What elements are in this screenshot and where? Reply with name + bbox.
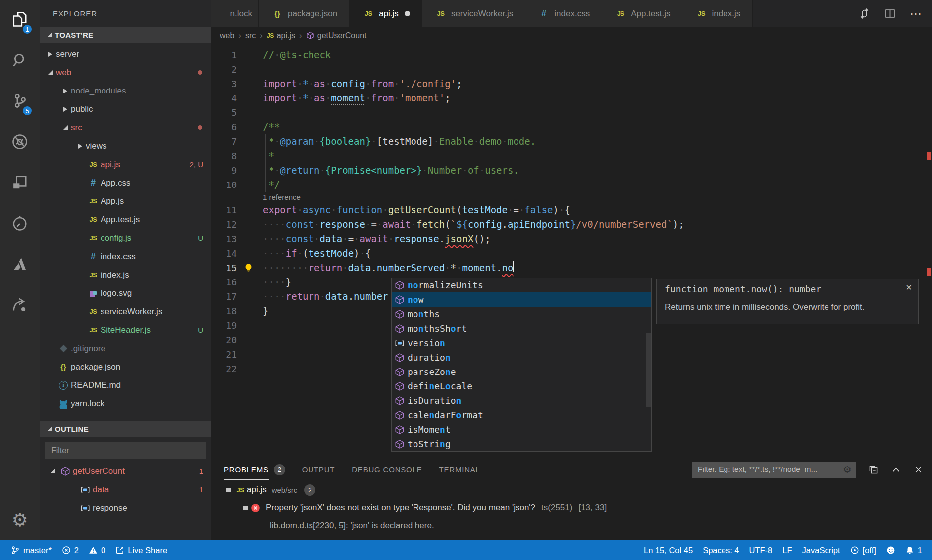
- activity-window[interactable]: [0, 163, 40, 204]
- suggest-item-now[interactable]: now: [392, 292, 651, 307]
- tree-item-yarn.lock[interactable]: yarn.lock: [40, 394, 211, 413]
- outline-filter-input[interactable]: Filter: [45, 442, 206, 459]
- panel-tab-output[interactable]: OUTPUT: [302, 458, 335, 481]
- close-panel-icon[interactable]: [914, 465, 923, 474]
- breadcrumb-item-api.js[interactable]: JSapi.js: [267, 31, 295, 40]
- status-item-master-[interactable]: master*: [6, 540, 57, 560]
- status-item-2[interactable]: 2: [57, 540, 84, 560]
- code-line-4[interactable]: 4import·*·as·moment·from·'moment';: [211, 91, 932, 105]
- tree-item-logo.svg[interactable]: logo.svg: [40, 284, 211, 302]
- activity-live-share[interactable]: [0, 285, 40, 326]
- suggest-item-isDuration[interactable]: isDuration: [392, 393, 651, 408]
- tree-item-index.css[interactable]: #index.css: [40, 247, 211, 266]
- suggest-scrollbar[interactable]: [646, 333, 651, 407]
- tree-item-serviceWorker.js[interactable]: JSserviceWorker.js: [40, 302, 211, 321]
- tab-n.lock[interactable]: n.lock: [211, 0, 259, 27]
- code-line-1[interactable]: 1//·@ts-check: [211, 48, 932, 62]
- status-item-live-share[interactable]: Live Share: [110, 540, 172, 560]
- twisty-collapsed-icon[interactable]: [45, 52, 56, 57]
- status-item-utf-8[interactable]: UTF-8: [744, 540, 778, 560]
- tree-item-.gitignore[interactable]: .gitignore: [40, 339, 211, 358]
- outline-item-getUserCount[interactable]: getUserCount1: [40, 462, 211, 480]
- section-header-outline[interactable]: OUTLINE: [40, 421, 211, 437]
- breadcrumb-item-getUserCount[interactable]: getUserCount: [306, 31, 367, 40]
- activity-debug[interactable]: [0, 122, 40, 163]
- code-line-7[interactable]: 7 *·@param·{boolean}·[testMode]·Enable·d…: [211, 134, 932, 149]
- problem-row[interactable]: JSapi.jsweb/src2: [211, 481, 932, 499]
- settings-gear-icon[interactable]: ⚙: [0, 506, 40, 533]
- tab-package.json[interactable]: {}package.json: [259, 0, 350, 27]
- tree-item-package.json[interactable]: {}package.json: [40, 358, 211, 376]
- twisty-expanded-icon[interactable]: [45, 70, 56, 75]
- tab-index.css[interactable]: #index.css: [525, 0, 602, 27]
- outline-item-response[interactable]: response: [40, 499, 211, 517]
- panel-tab-debug-console[interactable]: DEBUG CONSOLE: [352, 458, 422, 481]
- lightbulb-icon[interactable]: [244, 263, 253, 273]
- suggest-item-calendarFormat[interactable]: calendarFormat: [392, 408, 651, 422]
- code-line-13[interactable]: 13····const·data·=·await·response.jsonX(…: [211, 232, 932, 246]
- activity-clock[interactable]: [0, 204, 40, 245]
- tree-item-node_modules[interactable]: node_modules: [40, 82, 211, 100]
- suggest-item-isMoment[interactable]: isMoment: [392, 422, 651, 437]
- twisty-collapsed-icon[interactable]: [60, 89, 71, 93]
- tab-serviceWorker.js[interactable]: JSserviceWorker.js: [422, 0, 525, 27]
- status-item-lf[interactable]: LF: [777, 540, 797, 560]
- status-item-ln-15-col-45[interactable]: Ln 15, Col 45: [639, 540, 698, 560]
- tab-index.js[interactable]: JSindex.js: [683, 0, 753, 27]
- open-changes-icon[interactable]: [859, 8, 870, 19]
- tree-item-views[interactable]: views: [40, 137, 211, 155]
- code-line-9[interactable]: 9 *·@return·{Promise<number>}·Number·of·…: [211, 163, 932, 178]
- tree-item-server[interactable]: server: [40, 45, 211, 63]
- close-icon[interactable]: ✕: [906, 283, 912, 292]
- tree-item-public[interactable]: public: [40, 100, 211, 118]
- suggest-item-months[interactable]: months: [392, 307, 651, 321]
- suggest-item-defineLocale[interactable]: defineLocale: [392, 379, 651, 393]
- twisty-collapsed-icon[interactable]: [75, 144, 86, 149]
- activity-azure[interactable]: [0, 245, 40, 285]
- code-line-15[interactable]: 15········return·data.numberServed·*·mom…: [211, 261, 932, 275]
- breadcrumb-item-src[interactable]: src: [245, 31, 256, 40]
- tree-item-src[interactable]: src: [40, 118, 211, 137]
- outline-item-data[interactable]: data1: [40, 480, 211, 499]
- activity-explorer[interactable]: 1: [0, 0, 40, 41]
- suggest-item-parseZone[interactable]: parseZone: [392, 365, 651, 379]
- code-line-11[interactable]: 11export·async·function·getUserCount(tes…: [211, 203, 932, 217]
- tree-item-App.js[interactable]: JSApp.js: [40, 192, 211, 210]
- code-line-2[interactable]: 2: [211, 62, 932, 77]
- code-line-5[interactable]: 5: [211, 105, 932, 120]
- code-line-3[interactable]: 3import·*·as·config·from·'./config';: [211, 77, 932, 91]
- twisty-expanded-icon[interactable]: [47, 469, 58, 473]
- code-line-8[interactable]: 8 *: [211, 149, 932, 163]
- problem-row[interactable]: lib.dom.d.ts[2230, 5]: 'json' is declare…: [211, 517, 932, 535]
- panel-tab-terminal[interactable]: TERMINAL: [439, 458, 480, 481]
- split-editor-icon[interactable]: [884, 8, 896, 19]
- twisty-expanded-icon[interactable]: [60, 125, 71, 130]
- suggest-item-normalizeUnits[interactable]: normalizeUnits: [392, 278, 651, 292]
- maximize-panel-icon[interactable]: [891, 465, 901, 474]
- tree-item-App.css[interactable]: #App.css: [40, 174, 211, 192]
- more-actions-icon[interactable]: ⋯: [910, 11, 922, 16]
- tab-api.js[interactable]: JSapi.js: [350, 0, 422, 27]
- tree-item-README.md[interactable]: iREADME.md: [40, 376, 211, 394]
- panel-tab-problems[interactable]: PROBLEMS2: [224, 458, 285, 481]
- tree-item-SiteHeader.js[interactable]: JSSiteHeader.jsU: [40, 321, 211, 339]
- code-line-10[interactable]: 10 */: [211, 178, 932, 192]
- suggest-item-monthsShort[interactable]: monthsShort: [392, 321, 651, 336]
- breadcrumb-item-web[interactable]: web: [220, 31, 234, 40]
- twisty-expanded-icon[interactable]: [223, 488, 234, 492]
- status-item--off-[interactable]: [off]: [845, 540, 881, 560]
- collapse-all-icon[interactable]: [869, 465, 878, 474]
- tab-App.test.js[interactable]: JSApp.test.js: [602, 0, 683, 27]
- tree-item-api.js[interactable]: JSapi.js2, U: [40, 155, 211, 174]
- problem-row[interactable]: Property 'jsonX' does not exist on type …: [211, 499, 932, 517]
- tree-item-config.js[interactable]: JSconfig.jsU: [40, 229, 211, 247]
- tree-item-App.test.js[interactable]: JSApp.test.js: [40, 210, 211, 229]
- suggest-item-toString[interactable]: toString: [392, 437, 651, 451]
- activity-search[interactable]: [0, 41, 40, 82]
- twisty-collapsed-icon[interactable]: [60, 107, 71, 112]
- tree-item-web[interactable]: web: [40, 63, 211, 82]
- status-item-javascript[interactable]: JavaScript: [797, 540, 845, 560]
- suggest-item-duration[interactable]: duration: [392, 350, 651, 365]
- twisty-expanded-icon[interactable]: [240, 506, 251, 510]
- section-header-project[interactable]: TOAST'RE: [40, 27, 211, 43]
